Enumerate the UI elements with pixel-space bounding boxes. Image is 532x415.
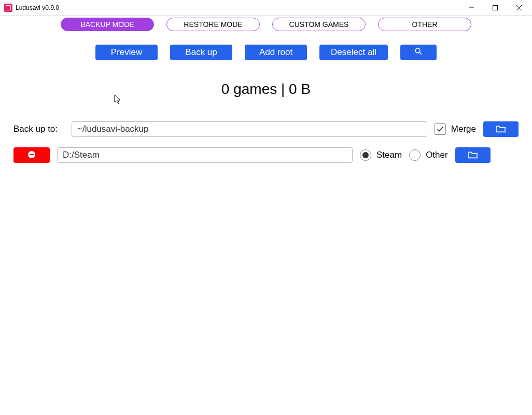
backup-button[interactable]: Back up <box>170 45 232 60</box>
search-icon <box>414 47 423 59</box>
window-controls <box>459 0 531 16</box>
mode-tabs: BACKUP MODE RESTORE MODE CUSTOM GAMES OT… <box>13 16 519 31</box>
tab-other[interactable]: OTHER <box>378 18 471 31</box>
maximize-button[interactable] <box>483 0 507 16</box>
root-row: Steam Other <box>13 147 519 163</box>
root-type-other-label: Other <box>426 150 448 160</box>
backup-to-row: Back up to: Merge <box>13 121 519 137</box>
titlebar-left: Ludusavi v0.9.0 <box>4 4 59 12</box>
minimize-button[interactable] <box>459 0 483 16</box>
root-path-input[interactable] <box>57 147 353 163</box>
remove-root-button[interactable] <box>13 147 50 163</box>
backup-to-input[interactable] <box>72 121 427 137</box>
search-button[interactable] <box>400 45 437 60</box>
folder-icon <box>468 150 478 160</box>
deselect-all-button[interactable]: Deselect all <box>319 45 388 60</box>
merge-checkbox[interactable] <box>435 123 446 135</box>
app-icon <box>4 4 12 12</box>
root-type-steam-label: Steam <box>376 150 402 160</box>
merge-label: Merge <box>451 124 476 134</box>
root-type-radio-group: Steam Other <box>360 149 448 161</box>
close-button[interactable] <box>507 0 531 16</box>
root-type-steam-radio[interactable] <box>360 149 371 161</box>
browse-root-dir-button[interactable] <box>455 147 491 163</box>
folder-icon <box>496 125 506 134</box>
svg-rect-7 <box>30 154 34 155</box>
tab-custom-games[interactable]: CUSTOM GAMES <box>272 18 366 31</box>
actions-row: Preview Back up Add root Deselect all <box>13 45 519 60</box>
remove-icon <box>27 150 36 160</box>
status-summary: 0 games | 0 B <box>13 81 519 98</box>
svg-point-4 <box>415 48 420 53</box>
svg-line-5 <box>419 52 422 54</box>
titlebar: Ludusavi v0.9.0 <box>0 0 532 16</box>
window-title: Ludusavi v0.9.0 <box>16 4 59 11</box>
root-type-other-radio[interactable] <box>409 149 421 161</box>
browse-backup-dir-button[interactable] <box>483 121 519 137</box>
tab-backup-mode[interactable]: BACKUP MODE <box>61 18 154 31</box>
tab-restore-mode[interactable]: RESTORE MODE <box>166 18 260 31</box>
add-root-button[interactable]: Add root <box>245 45 307 60</box>
svg-rect-1 <box>493 5 498 10</box>
backup-to-label: Back up to: <box>13 124 64 134</box>
preview-button[interactable]: Preview <box>95 45 158 60</box>
